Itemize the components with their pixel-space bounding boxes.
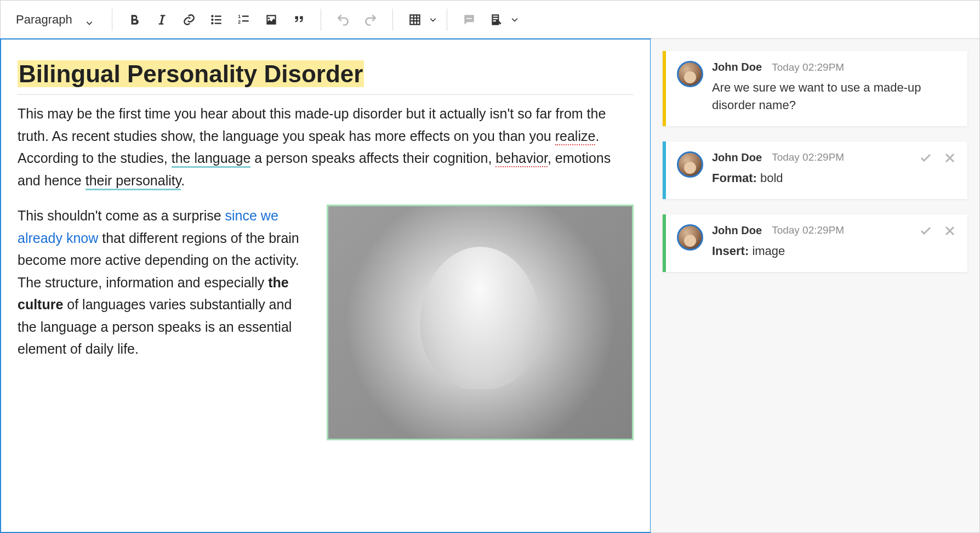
document-title[interactable]: Bilingual Personality Disorder	[18, 60, 364, 87]
spelling-error[interactable]: realize	[555, 128, 596, 145]
paragraph-1[interactable]: This may be the first time you hear abou…	[18, 103, 634, 191]
body: Bilingual Personality Disorder This may …	[1, 39, 979, 532]
svg-rect-3	[215, 15, 221, 16]
heading-dropdown[interactable]: Paragraph	[10, 8, 102, 32]
svg-text:2: 2	[238, 19, 241, 24]
suggestion-mark[interactable]: their personality	[86, 173, 181, 190]
comments-sidebar: John Doe Today 02:29PM Are we sure we wa…	[651, 39, 979, 532]
svg-text:1: 1	[238, 13, 241, 19]
svg-rect-9	[242, 20, 249, 21]
italic-button[interactable]	[150, 8, 174, 32]
comment-card[interactable]: John Doe Today 02:29PM Are we sure we wa…	[663, 51, 967, 126]
toolbar: Paragraph 12	[1, 1, 979, 39]
comment-author: John Doe	[712, 224, 762, 237]
link-button[interactable]	[177, 8, 201, 32]
accept-button[interactable]	[918, 223, 933, 239]
reject-button[interactable]	[942, 223, 958, 239]
redo-button[interactable]	[358, 8, 383, 32]
inserted-image[interactable]	[327, 205, 634, 440]
comment-author: John Doe	[712, 61, 762, 73]
toolbar-separator	[447, 9, 447, 31]
comment-button[interactable]	[457, 8, 481, 32]
svg-rect-5	[215, 22, 221, 24]
spelling-error[interactable]: behavior	[495, 150, 548, 167]
title-rule	[18, 94, 634, 95]
numbered-list-button[interactable]: 12	[232, 8, 256, 32]
table-dropdown[interactable]	[429, 8, 437, 32]
svg-rect-8	[242, 15, 249, 16]
suggestion-text: Insert: image	[712, 242, 956, 260]
accept-button[interactable]	[918, 150, 933, 166]
bullet-list-button[interactable]	[204, 8, 229, 32]
avatar	[677, 151, 703, 178]
track-changes-button[interactable]	[485, 8, 509, 32]
paragraph-2[interactable]: This shouldn't come as a surprise since …	[18, 205, 311, 360]
suggestion-card[interactable]: John Doe Today 02:29PM Insert: image	[663, 214, 967, 272]
svg-point-1	[211, 18, 213, 20]
svg-point-2	[211, 22, 213, 24]
bold-button[interactable]	[122, 8, 146, 32]
avatar	[677, 61, 703, 87]
suggestion-card[interactable]: John Doe Today 02:29PM Format: bold	[663, 141, 967, 199]
svg-point-0	[211, 15, 213, 17]
comment-text: Are we sure we want to use a made-up dis…	[712, 79, 956, 114]
comment-author: John Doe	[712, 151, 762, 164]
suggestion-text: Format: bold	[712, 169, 956, 187]
image-button[interactable]	[259, 8, 283, 32]
avatar	[677, 224, 703, 251]
svg-point-11	[468, 18, 470, 19]
reject-button[interactable]	[942, 150, 958, 166]
comment-time: Today 02:29PM	[772, 224, 844, 236]
chevron-down-icon	[86, 16, 93, 24]
svg-point-10	[466, 18, 468, 19]
undo-button[interactable]	[331, 8, 355, 32]
heading-dropdown-label: Paragraph	[16, 13, 72, 27]
svg-rect-4	[215, 19, 221, 20]
track-changes-dropdown[interactable]	[511, 8, 519, 32]
document-body[interactable]: This may be the first time you hear abou…	[18, 103, 634, 440]
toolbar-separator	[112, 9, 112, 31]
editor-area[interactable]: Bilingual Personality Disorder This may …	[0, 38, 651, 533]
toolbar-separator	[392, 9, 393, 31]
toolbar-separator	[321, 9, 321, 31]
blockquote-button[interactable]	[287, 8, 311, 32]
comment-time: Today 02:29PM	[772, 61, 844, 73]
svg-point-12	[470, 18, 472, 19]
table-button[interactable]	[403, 8, 427, 32]
comment-time: Today 02:29PM	[772, 151, 844, 163]
suggestion-mark[interactable]: the language	[172, 150, 251, 168]
editor-app: Paragraph 12	[0, 0, 980, 533]
